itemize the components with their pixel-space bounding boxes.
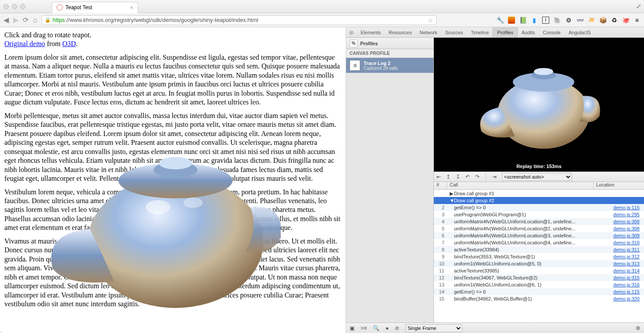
source-link[interactable]: demo.js:316 xyxy=(613,282,640,287)
devtools-tab-elements[interactable]: Elements xyxy=(357,27,385,37)
back-button[interactable]: ◀ xyxy=(4,16,9,24)
trace-table[interactable]: ▶Draw call group #1▼Draw call group #22g… xyxy=(434,190,644,322)
intro-text: Click and drag to rotate teapot. xyxy=(4,31,341,39)
ext-recycle-icon[interactable]: ♻ xyxy=(611,17,618,24)
titlebar: Teapot Test × ⤢ xyxy=(0,0,644,13)
source-link[interactable]: demo.js:311 xyxy=(613,247,640,252)
screenshot-select[interactable]: <screenshot auto> xyxy=(502,173,572,181)
ext-wrench-icon[interactable]: 🔧 xyxy=(497,17,504,24)
fullscreen-icon[interactable]: ⤢ xyxy=(636,3,641,10)
trace-call-row[interactable]: 4uniformMatrix4fv(WebGLUniformLocation@1… xyxy=(434,218,644,225)
ext-evernote-icon[interactable]: 🐘 xyxy=(554,17,561,24)
ext-gear-icon[interactable]: ⚙ xyxy=(565,17,572,24)
tab-title: Teapot Test xyxy=(65,4,92,11)
source-link[interactable]: demo.js:115 xyxy=(613,205,640,210)
devtools-tab-sources[interactable]: Sources xyxy=(441,27,467,37)
ext-flag-icon[interactable]: ▮ xyxy=(531,17,538,24)
page-content: Click and drag to rotate teapot. Origina… xyxy=(0,27,346,333)
trace-call-row[interactable]: 2getError() => 0demo.js:115 xyxy=(434,204,644,211)
ext-mask-icon[interactable]: 👓 xyxy=(576,17,583,24)
bookmark-star-icon[interactable]: ☆ xyxy=(428,17,433,24)
o3d-link[interactable]: O3D xyxy=(62,40,76,47)
canvas-replay-view: Replay time: 153ms xyxy=(434,38,644,172)
browser-window: Teapot Test × ⤢ ◀ ▶ ⟳ ⌂ 🔒 https ://www.k… xyxy=(0,0,644,333)
trace-call-row[interactable]: 9bindTexture(3553, WebGLTexture@1)demo.j… xyxy=(434,253,644,260)
last-call-icon[interactable]: ⇥ xyxy=(492,174,497,180)
devtools-tab-angularjs[interactable]: AngularJS xyxy=(565,27,595,37)
trace-call-row[interactable]: 11activeTexture(33985)demo.js:314 xyxy=(434,267,644,274)
devtools-tab-profiles[interactable]: Profiles xyxy=(493,27,518,37)
ext-text-icon[interactable]: I xyxy=(542,17,549,24)
trace-call-row[interactable]: 13uniform1i(WebGLUniformLocation@6, 1)de… xyxy=(434,281,644,288)
source-link[interactable]: demo.js:315 xyxy=(613,275,640,280)
close-tab-icon[interactable]: × xyxy=(130,4,133,11)
profile-main: Replay time: 153ms ⇤ ↥ ↧ ↶ ↷ ⇥ <screensh… xyxy=(434,38,644,322)
trace-table-header: # Call Location xyxy=(434,182,644,190)
close-window-button[interactable] xyxy=(4,4,9,9)
source-link[interactable]: demo.js:313 xyxy=(613,261,640,266)
ext-book-icon[interactable]: 📗 xyxy=(519,17,526,24)
svg-point-9 xyxy=(534,68,553,75)
hamburger-menu-icon[interactable]: ≡ xyxy=(633,17,640,24)
trace-call-row[interactable]: 6uniformMatrix4fv(WebGLUniformLocation@3… xyxy=(434,232,644,239)
original-demo-link[interactable]: Original demo xyxy=(4,40,45,47)
source-link[interactable]: demo.js:320 xyxy=(613,296,640,301)
browser-tab[interactable]: Teapot Test × xyxy=(52,2,138,13)
console-toggle-icon[interactable]: >≡ xyxy=(361,325,367,331)
trace-call-row[interactable]: 7uniformMatrix4fv(WebGLUniformLocation@4… xyxy=(434,239,644,246)
clear-icon[interactable]: ⊘ xyxy=(395,325,399,331)
trace-call-row[interactable]: 8activeTexture(33984)demo.js:311 xyxy=(434,246,644,253)
draw-call-group[interactable]: ▼Draw call group #2 xyxy=(434,197,644,204)
devtools-tab-audits[interactable]: Audits xyxy=(518,27,539,37)
capture-mode-select[interactable]: Single Frame xyxy=(405,324,462,332)
source-link[interactable]: demo.js:295 xyxy=(613,212,640,217)
devtools-tab-network[interactable]: Network xyxy=(415,27,441,37)
source-link[interactable]: demo.js:310 xyxy=(613,240,640,245)
source-link[interactable]: demo.js:115 xyxy=(613,289,640,294)
home-button[interactable]: ⌂ xyxy=(33,16,37,24)
dock-icon[interactable]: ▣ xyxy=(350,325,354,331)
draw-call-group[interactable]: ▶Draw call group #1 xyxy=(434,190,644,197)
replay-time-label: Replay time: 153ms xyxy=(434,164,644,169)
step-out-icon[interactable]: ↥ xyxy=(446,174,451,180)
step-in-icon[interactable]: ↧ xyxy=(456,174,460,180)
ext-jb-icon[interactable]: JB xyxy=(588,17,595,24)
url-scheme: https xyxy=(53,17,65,23)
minimize-window-button[interactable] xyxy=(12,4,17,9)
ext-box-icon[interactable]: 📦 xyxy=(599,17,606,24)
step-forward-icon[interactable]: ↷ xyxy=(475,174,479,180)
trace-log-item[interactable]: ≣ Trace Log 2 Captured 28 calls xyxy=(346,58,433,73)
forward-button[interactable]: ▶ xyxy=(13,16,18,24)
col-number-header[interactable]: # xyxy=(434,182,447,190)
devtools-close-icon[interactable]: ⊗ xyxy=(346,29,357,36)
source-link[interactable]: demo.js:312 xyxy=(613,254,640,259)
settings-gear-icon[interactable]: ⚙ xyxy=(636,325,640,331)
trace-call-row[interactable]: 12bindTexture(34067, WebGLTexture@2)demo… xyxy=(434,274,644,281)
devtools-tab-timeline[interactable]: Timeline xyxy=(467,27,493,37)
first-call-icon[interactable]: ⇤ xyxy=(436,174,441,180)
reload-button[interactable]: ⟳ xyxy=(23,16,29,24)
ext-github-icon[interactable]: 🐙 xyxy=(622,17,629,24)
trace-call-row[interactable]: 10uniform1i(WebGLUniformLocation@5, 0)de… xyxy=(434,260,644,267)
source-link[interactable]: demo.js:308 xyxy=(613,226,640,231)
trace-call-row[interactable]: 3useProgram(WebGLProgram@1)demo.js:295 xyxy=(434,211,644,218)
trace-log-title: Trace Log 2 xyxy=(364,61,398,66)
source-link[interactable]: demo.js:308 xyxy=(613,219,640,224)
search-icon[interactable]: 🔍 xyxy=(373,325,379,331)
step-back-icon[interactable]: ↶ xyxy=(465,174,470,180)
col-call-header[interactable]: Call xyxy=(447,182,594,190)
trace-call-row[interactable]: 5uniformMatrix4fv(WebGLUniformLocation@2… xyxy=(434,225,644,232)
col-location-header[interactable]: Location xyxy=(594,182,644,190)
address-bar[interactable]: 🔒 https ://www.khronos.org/registry/webg… xyxy=(42,15,436,25)
devtools-tab-console[interactable]: Console xyxy=(539,27,565,37)
trace-log-subtitle: Captured 28 calls xyxy=(364,66,398,71)
source-link[interactable]: demo.js:314 xyxy=(613,268,640,273)
trace-call-row[interactable]: 14getError() => 0demo.js:115 xyxy=(434,288,644,295)
trace-call-row[interactable]: 15bindBuffer(34962, WebGLBuffer@1)demo.j… xyxy=(434,295,644,302)
source-link[interactable]: demo.js:309 xyxy=(613,233,640,238)
devtools-tab-resources[interactable]: Resources xyxy=(385,27,416,37)
ext-avatar-icon[interactable] xyxy=(508,17,515,24)
log-icon: ≣ xyxy=(350,60,360,71)
record-icon[interactable]: ● xyxy=(386,325,389,331)
zoom-window-button[interactable] xyxy=(20,4,25,9)
